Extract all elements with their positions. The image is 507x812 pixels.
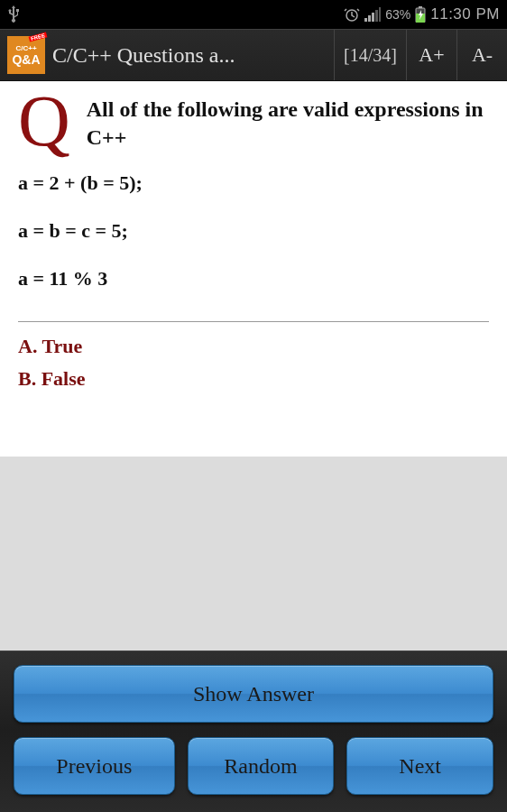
battery-percent: 63% [385,7,410,22]
show-answer-button[interactable]: Show Answer [14,665,493,723]
question-body: a = 2 + (b = 5); a = b = c = 5; a = 11 %… [18,171,489,291]
app-title: C/C++ Questions a... [52,43,334,68]
status-bar: 63% 11:30 PM [0,0,507,29]
font-decrease-button[interactable]: A- [456,30,507,80]
question-letter: Q [18,94,70,148]
question-text: All of the following are valid expressio… [87,94,489,152]
divider [18,321,489,322]
svg-rect-2 [419,6,422,8]
font-increase-button[interactable]: A+ [406,30,456,80]
signal-icon [364,7,381,22]
app-bar: FREE C/C++ Q&A C/C++ Questions a... [14/… [0,29,507,81]
random-button[interactable]: Random [188,737,335,795]
empty-area [0,457,507,651]
options: A. True B. False [0,335,507,391]
option-a: A. True [18,335,489,358]
previous-button[interactable]: Previous [14,737,175,795]
option-b: B. False [18,367,489,391]
battery-icon [415,6,426,23]
clock: 11:30 PM [430,5,500,23]
usb-icon [7,5,20,23]
alarm-icon [344,6,360,23]
next-button[interactable]: Next [346,737,493,795]
content-area: Q All of the following are valid express… [0,81,507,651]
app-icon[interactable]: FREE C/C++ Q&A [7,36,45,74]
bottom-bar: Show Answer Previous Random Next [0,651,507,812]
question-counter: [14/34] [334,30,406,80]
